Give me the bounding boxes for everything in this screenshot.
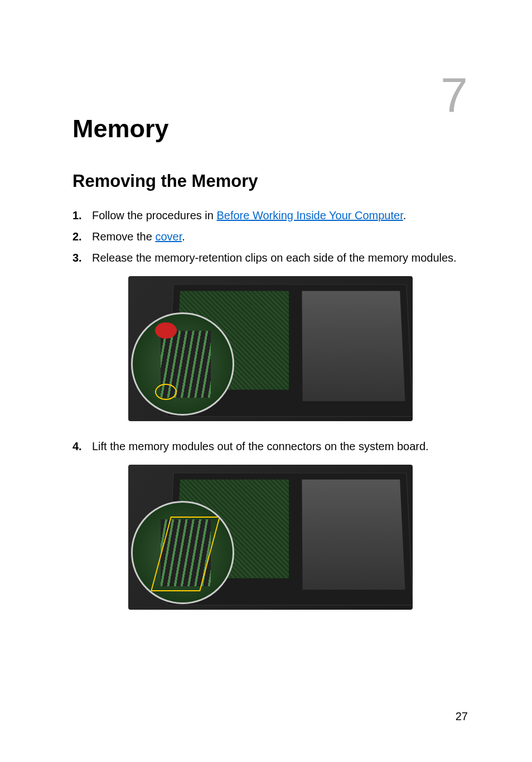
step-1: 1. Follow the procedures in Before Worki… — [72, 207, 468, 224]
chapter-number: 7 — [441, 67, 468, 124]
step-text-before: Remove the — [92, 230, 155, 243]
step-text-after: . — [403, 209, 407, 221]
step-4: 4. Lift the memory modules out of the co… — [72, 438, 468, 455]
page-title: Memory — [72, 114, 468, 143]
step-text: Lift the memory modules out of the conne… — [92, 438, 468, 455]
step-3: 3. Release the memory-retention clips on… — [72, 249, 468, 266]
zoom-callout-icon — [131, 501, 234, 604]
step-text: Follow the procedures in Before Working … — [92, 207, 468, 224]
step-2: 2. Remove the cover. — [72, 228, 468, 245]
step-number: 2. — [72, 228, 92, 245]
step-number: 1. — [72, 207, 92, 224]
link-cover[interactable]: cover — [155, 230, 182, 243]
zoom-callout-icon — [131, 312, 234, 416]
section-heading: Removing the Memory — [72, 171, 468, 191]
figure-memory-lift — [128, 465, 413, 610]
procedure-steps-continued: 4. Lift the memory modules out of the co… — [72, 438, 468, 455]
link-before-working[interactable]: Before Working Inside Your Computer — [216, 209, 403, 221]
step-number: 3. — [72, 249, 92, 266]
step-text: Release the memory-retention clips on ea… — [92, 249, 468, 266]
step-text: Remove the cover. — [92, 228, 468, 245]
step-text-after: . — [182, 230, 185, 243]
step-number: 4. — [72, 438, 92, 455]
step-text-before: Follow the procedures in — [92, 209, 216, 221]
procedure-steps: 1. Follow the procedures in Before Worki… — [72, 207, 468, 266]
page-number: 27 — [456, 710, 468, 723]
figure-memory-clips — [128, 276, 413, 421]
